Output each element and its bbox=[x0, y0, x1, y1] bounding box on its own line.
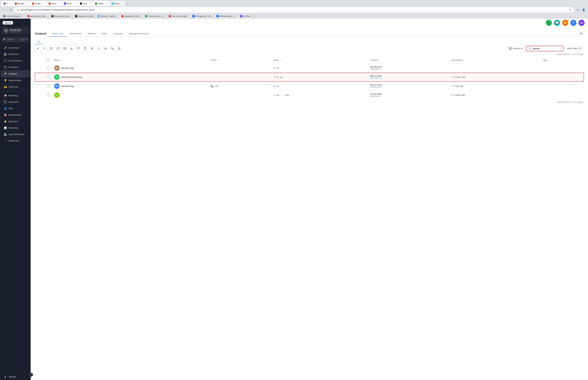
star-button[interactable] bbox=[89, 46, 95, 51]
activity-sort-icon[interactable]: ⇅ bbox=[463, 59, 464, 61]
message-button[interactable] bbox=[55, 46, 61, 51]
tab-company[interactable]: Company bbox=[111, 31, 126, 37]
sidebar-search[interactable]: 🔍 Search ⌘K + bbox=[2, 37, 29, 42]
phone-sort-icon[interactable]: ⇅ bbox=[218, 59, 219, 61]
row-2-name-cell[interactable]: HT Harshit Personal Test bbox=[52, 73, 208, 82]
all-tab[interactable]: All bbox=[35, 39, 42, 44]
tab-7[interactable]: Home... × bbox=[93, 1, 109, 6]
table-row[interactable]: ⋮⋮ HG Harshit Garg 📞 +91 bbox=[35, 82, 584, 91]
tab-2[interactable]: Roadm... × bbox=[13, 1, 30, 6]
merge-button[interactable] bbox=[110, 46, 115, 51]
row-4-name-cell[interactable]: H bbox=[52, 91, 208, 100]
more-filters-button[interactable]: More Filters bbox=[565, 46, 584, 51]
tab-bulk-actions[interactable]: Bulk Actions bbox=[67, 31, 85, 37]
email-sort-icon[interactable]: ⇅ bbox=[280, 59, 281, 61]
sidebar-item-calendars[interactable]: Calendars bbox=[1, 64, 30, 70]
tab-1[interactable]: U × bbox=[1, 1, 12, 6]
sidebar-item-sites[interactable]: 🌐 Sites bbox=[1, 105, 30, 112]
add-to-campaign-button[interactable] bbox=[69, 46, 75, 51]
row-checkbox-cell[interactable] bbox=[44, 73, 52, 82]
th-last-activity[interactable]: Last Activity ⇅ bbox=[449, 57, 541, 64]
row-checkbox-cell[interactable] bbox=[44, 64, 52, 73]
export-button[interactable] bbox=[103, 46, 109, 51]
sidebar-item-opportunities[interactable]: 💡 Opportunities bbox=[1, 77, 30, 83]
user-avatar[interactable]: HG bbox=[578, 20, 585, 26]
th-phone[interactable]: Phone ⇅ bbox=[208, 57, 271, 64]
bookmark-10[interactable]: (2) Dashboard - C... bbox=[215, 15, 237, 18]
row-4-checkbox[interactable] bbox=[47, 94, 49, 96]
row-1-name-cell[interactable]: HG Harshit Garg bbox=[52, 64, 208, 73]
tab-manage-smart-lists[interactable]: Manage Smart Lists bbox=[126, 31, 152, 37]
row-3-name-cell[interactable]: HG Harshit Garg bbox=[52, 82, 208, 91]
th-created[interactable]: Created ⇅ bbox=[368, 57, 449, 64]
bookmark-8[interactable]: Docs Home | High... bbox=[168, 15, 189, 18]
account-selector[interactable]: H Harshit Sub-Account New York, NY ⌃ bbox=[1, 27, 29, 35]
bookmark-7[interactable]: Product Sheet - G... bbox=[144, 15, 166, 18]
import-button[interactable] bbox=[96, 46, 102, 51]
tab-close-7[interactable]: × bbox=[106, 3, 107, 5]
contact-search-box[interactable]: 🔍 harshit ✕ bbox=[526, 46, 564, 51]
tab-restore[interactable]: Restore bbox=[85, 31, 99, 37]
bookmark-9[interactable]: (3) HighLevel - Off... bbox=[191, 15, 213, 18]
table-row[interactable]: ⋮⋮ H ✉ ha bbox=[35, 91, 584, 100]
phone-button[interactable]: 📞 bbox=[546, 20, 552, 26]
sidebar-item-reputation[interactable]: ⭐ Reputation bbox=[1, 118, 30, 125]
created-sort-icon[interactable]: ⇅ bbox=[379, 59, 380, 61]
tab-close-5[interactable]: × bbox=[74, 3, 75, 5]
bookmark-5[interactable]: Solutions : HighLe... bbox=[96, 15, 118, 18]
tab-4[interactable]: Invoi... × bbox=[46, 1, 61, 6]
row-checkbox-cell[interactable] bbox=[44, 91, 52, 100]
add-contact-button[interactable]: + bbox=[35, 46, 40, 51]
remove-from-campaign-button[interactable] bbox=[76, 46, 81, 51]
refresh-button[interactable]: ↻ bbox=[9, 8, 13, 12]
row-2-checkbox[interactable] bbox=[47, 76, 49, 78]
notification-button[interactable]: 🔔 bbox=[562, 20, 568, 26]
table-row[interactable]: ⋮⋮ HG Harshit Garg ✉ ss bbox=[35, 64, 584, 73]
table-row[interactable]: ⋮⋮ HT Harshit Personal Test ✉ bbox=[35, 73, 584, 82]
search-clear-icon[interactable]: ✕ bbox=[559, 47, 561, 50]
sidebar-item-payments[interactable]: 💳 Payments bbox=[1, 84, 30, 90]
tab-smart-lists[interactable]: Smart Lists bbox=[49, 31, 67, 37]
sidebar-item-app-marketplace[interactable]: 🏪 App Marketplace bbox=[1, 131, 30, 137]
sms-button[interactable] bbox=[48, 46, 54, 51]
name-sort-icon[interactable]: ⇅ bbox=[61, 59, 62, 61]
sidebar-collapse-button[interactable]: ‹ bbox=[29, 373, 33, 377]
sidebar-item-mobile-app[interactable]: 📱 Mobile App bbox=[1, 138, 30, 144]
tab-close-4[interactable]: × bbox=[58, 3, 59, 5]
sidebar-item-settings[interactable]: ⚙ Settings bbox=[1, 374, 30, 380]
tab-tasks[interactable]: Tasks bbox=[99, 31, 111, 37]
bookmark-1[interactable]: Universal Agency I... bbox=[2, 15, 24, 18]
tab-close-2[interactable]: × bbox=[27, 3, 28, 5]
chat-button[interactable]: 💬 bbox=[554, 20, 560, 26]
tab-close-3[interactable]: × bbox=[43, 3, 44, 5]
select-all-checkbox[interactable] bbox=[47, 58, 49, 61]
bookmark-11[interactable]: My Files bbox=[239, 15, 251, 18]
tab-6[interactable]: Clou... × bbox=[78, 1, 93, 6]
tab-3[interactable]: Propo... × bbox=[30, 1, 46, 6]
sidebar-item-launchpad[interactable]: 🚀 Launchpad bbox=[1, 45, 30, 51]
tab-8-active[interactable]: Docu... × bbox=[109, 1, 125, 6]
tab-close-1[interactable]: × bbox=[9, 3, 10, 5]
bookmark-2[interactable]: app.pendo.io: Das... bbox=[26, 15, 48, 18]
sidebar-item-memberships[interactable]: 🎯 Memberships bbox=[1, 112, 30, 118]
sidebar-add-icon[interactable]: + bbox=[26, 38, 27, 41]
sidebar-item-marketing[interactable]: 📢 Marketing bbox=[1, 93, 30, 99]
sidebar-item-reporting[interactable]: 📊 Reporting bbox=[1, 125, 30, 131]
th-email[interactable]: Email ⇅ bbox=[271, 57, 368, 64]
profile-button[interactable]: 👤 bbox=[581, 7, 586, 12]
new-tab-button[interactable]: + bbox=[125, 1, 130, 6]
bookmark-3[interactable]: Documents & Con... bbox=[50, 15, 72, 18]
bookmark-4[interactable]: HighLevel | Canny bbox=[74, 15, 95, 18]
extensions-button[interactable]: 🔧 bbox=[575, 7, 580, 12]
sidebar-item-contacts[interactable]: Contacts bbox=[1, 71, 30, 77]
page-settings-button[interactable] bbox=[578, 31, 584, 36]
tab-5[interactable]: My Fi... × bbox=[62, 1, 77, 6]
help-button[interactable]: ? bbox=[570, 20, 576, 26]
sidebar-item-dashboard[interactable]: Dashboard bbox=[1, 51, 30, 57]
forward-button[interactable]: › bbox=[6, 8, 8, 12]
row-checkbox-cell[interactable] bbox=[44, 82, 52, 91]
bookmarks-more[interactable]: » bbox=[254, 15, 255, 18]
back-button[interactable]: ‹ bbox=[2, 8, 4, 12]
bookmark-6[interactable]: Roadmap Q1-24 |... bbox=[120, 15, 142, 18]
tab-close-6[interactable]: × bbox=[90, 3, 91, 5]
